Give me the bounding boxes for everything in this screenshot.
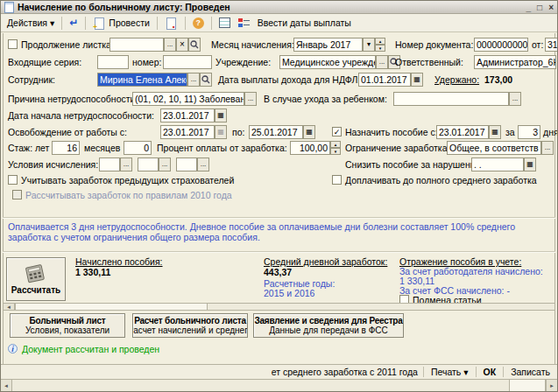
window-scrollbar[interactable]: ◄ ► [1,379,557,392]
calc-condition-select-2[interactable]: ... [159,158,171,172]
calendar-icon: ▦ [217,129,224,136]
employee-select-button[interactable]: ... [187,73,200,87]
earnings-limit-field[interactable]: Общее, в соответств [447,141,541,155]
doc-number-label: Номер документа: [395,38,473,51]
minimize-button[interactable]: _ [526,3,532,12]
reason-select-button[interactable]: ... [244,92,257,106]
help-icon: ? [193,18,204,29]
scroll-left-icon[interactable]: ◄ [1,380,12,391]
institution-field[interactable]: Медицинское учреждение [279,55,376,69]
scroll-left-icon[interactable]: ◄ [4,304,15,310]
print-button[interactable]: Печать ▾ [429,367,470,377]
scrollbar-thumb[interactable] [509,380,546,391]
calculate-button[interactable]: Рассчитать [6,257,66,301]
seniority-years-field[interactable]: 16 [52,141,80,155]
scrollbar-thumb[interactable] [15,304,208,310]
tab-sick-leave[interactable]: Больничный лист Условия, показатели [10,313,125,338]
footer-separator [423,367,424,377]
pay-percent-spinner[interactable]: ▴ ▾ [330,141,341,155]
calc-condition-field-2[interactable] [138,158,159,172]
days-unit-label: дня [543,126,558,138]
assign-benefit-date-field[interactable]: 23.01.2017 [436,125,489,139]
spin-down-icon[interactable]: ▾ [330,148,341,155]
employee-open-button[interactable] [200,73,212,87]
continuation-open-button[interactable] [188,38,201,52]
withheld-value: 173,00 [484,74,512,86]
work-release-to-field[interactable]: 25.01.2017 [249,125,303,139]
spin-up-icon[interactable]: ▴ [375,38,385,45]
calc-condition-select-1[interactable]: ... [120,158,132,172]
tab-register-application[interactable]: Заявление и сведения для Реестра Данные … [253,313,404,338]
calc-condition-field-1[interactable] [99,158,120,172]
seniority-label: Стаж: лет [8,142,49,154]
calc-condition-field-3[interactable] [176,158,197,172]
actions-menu-button[interactable]: Действия ▾ [4,17,57,29]
earnings-limit-select-button[interactable]: ... [541,141,554,155]
prev-insurers-checkbox[interactable] [8,175,18,185]
doc-date-field[interactable]: 31.01.2017 [545,38,558,52]
ndfl-income-date-label: Дата выплаты дохода для НДФЛ: [218,74,360,86]
avg-daily-earnings-link[interactable]: Средний дневной заработок: [264,256,387,267]
structure-button[interactable] [236,17,252,29]
incapacity-start-field[interactable]: 23.01.2017 [160,108,215,122]
responsible-label: Ответственный: [395,56,463,68]
child-care-field[interactable] [393,92,509,106]
rules2010-checkbox [12,190,22,200]
responsible-field[interactable]: Администратор_6НДФЛ [474,55,556,69]
assign-benefit-label: Назначить пособие с: [345,126,438,138]
continuation-select-button[interactable]: ... [164,38,176,52]
work-release-from-field[interactable]: 23.01.2017 [160,125,215,139]
tab-sick-leave-calculation[interactable]: Расчет больничного листа Расчет начислен… [132,313,248,338]
assign-benefit-calendar[interactable]: ▦ [489,125,501,139]
accrual-month-spinner[interactable]: ▴ ▾ [375,38,385,52]
enter-payment-dates-button[interactable]: Ввести даты выплаты [255,17,354,29]
panel-scrollbar[interactable]: ◄ [3,303,555,311]
doc-number-field[interactable]: 00000000001 [474,38,528,52]
topup-checkbox[interactable] [332,175,342,185]
reduce-benefit-date-field[interactable]: . . [471,158,524,172]
ndfl-calendar-button[interactable]: ▦ [411,73,423,87]
days-field[interactable]: 3 [518,125,540,139]
institution-select-button[interactable]: ... [376,55,388,69]
save-button[interactable]: Записать [509,367,552,377]
list-view-button[interactable] [216,17,233,29]
accrual-month-field[interactable]: Январь 2017 [293,38,363,52]
reduce-benefit-calendar[interactable]: ▦ [524,158,536,172]
ndfl-income-date-field[interactable]: 01.01.2017 [358,73,411,87]
assign-benefit-checkbox[interactable]: ✓ [332,127,342,136]
withheld-link[interactable]: Удержано: [434,74,479,86]
incapacity-start-calendar[interactable]: ▦ [215,108,227,122]
incoming-series-field[interactable] [97,55,129,69]
continuation-checkbox[interactable] [8,39,18,49]
employee-field[interactable]: Мирина Елена Александро [97,73,187,87]
cancel-posting-button[interactable]: • [162,16,180,31]
calc-condition-select-3[interactable]: ... [197,158,209,172]
post-document-button[interactable]: + Провести [90,16,152,31]
help-button[interactable]: ? [190,17,207,30]
accrual-month-dropdown[interactable]: ▾ [363,38,375,52]
structure-icon [238,18,250,28]
child-care-select-button[interactable]: ... [509,92,521,106]
spin-up-icon[interactable]: ▴ [330,141,341,148]
footer-bar: ет среднего заработка с 2011 года Печать… [1,364,557,379]
work-release-to-calendar[interactable]: ▦ [303,125,315,139]
seniority-months-field[interactable]: 0 [124,141,152,155]
save-close-button[interactable]: ↵ [67,17,81,30]
work-release-from-calendar[interactable]: ▦ [215,125,227,139]
maximize-button[interactable]: □ [537,3,542,12]
accrued-benefit-link[interactable]: Начислено пособия: [75,256,163,267]
accrued-benefit-value: 1 330,11 [75,267,110,277]
ok-button[interactable]: ОК [482,367,498,377]
pay-percent-field[interactable]: 100,00 [290,141,330,155]
toolbar: Действия ▾ ↵ + Провести • ? [1,14,557,32]
incapacity-reason-field[interactable]: (01, 02, 10, 11) Заболевание или тр [132,92,244,106]
close-button[interactable]: × [548,3,554,12]
spin-down-icon[interactable]: ▾ [375,45,385,52]
cancel-posting-icon: • [165,17,178,30]
continuation-field[interactable] [109,38,164,52]
continuation-clear-button[interactable]: × [176,38,188,52]
topup-label: Доплачивать до полного среднего заработк… [345,174,537,186]
scroll-right-icon[interactable]: ► [546,380,557,391]
table-icon [219,18,230,28]
incoming-number-field[interactable] [163,55,212,69]
